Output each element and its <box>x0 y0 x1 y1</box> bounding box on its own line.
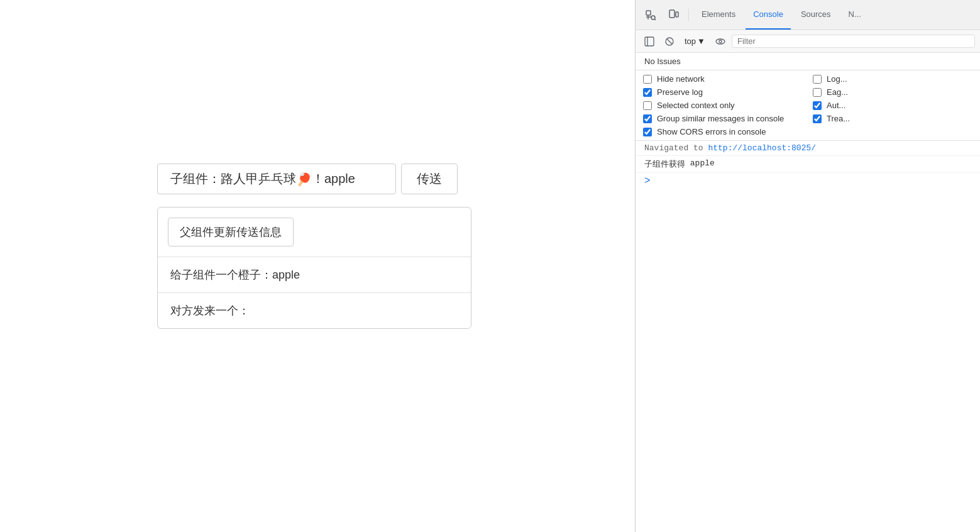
main-page: 子组件： 路人甲乒乓球 🏓 ！apple 传送 父组件更新传送信息 给子组件一个… <box>0 0 635 532</box>
page-content: 子组件： 路人甲乒乓球 🏓 ！apple 传送 父组件更新传送信息 给子组件一个… <box>157 163 471 329</box>
svg-point-12 <box>719 40 722 43</box>
tab-console[interactable]: Console <box>746 0 791 30</box>
treat-evals-label: Trea... <box>827 114 850 123</box>
group-similar-label: Group similar messages in console <box>657 114 784 123</box>
svg-line-4 <box>654 19 656 20</box>
chevron-down-icon: ▼ <box>697 36 705 46</box>
console-prompt[interactable]: > <box>636 173 980 189</box>
log-xhr-checkbox[interactable] <box>813 75 822 84</box>
console-toolbar: top ▼ <box>636 30 980 53</box>
preserve-log-checkbox[interactable] <box>643 88 652 97</box>
svg-rect-0 <box>646 11 651 15</box>
ping-pong-emoji: 🏓 <box>296 172 312 187</box>
option-group-similar: Group similar messages in console <box>643 114 803 123</box>
receive-label: 对方发来一个： <box>158 292 471 328</box>
navigate-link[interactable]: http://localhost:8025/ <box>708 143 816 153</box>
selected-context-label: Selected context only <box>657 101 735 110</box>
log-prefix: 子组件获得 <box>644 158 690 170</box>
eager-eval-checkbox[interactable] <box>813 88 822 97</box>
devtools-panel: Elements Console Sources N... top ▼ <box>635 0 980 532</box>
sidebar-toggle-icon[interactable] <box>641 33 658 50</box>
parent-box: 父组件更新传送信息 给子组件一个橙子：apple 对方发来一个： <box>157 207 471 329</box>
group-similar-checkbox[interactable] <box>643 114 652 123</box>
eye-icon[interactable] <box>712 33 729 50</box>
option-hide-network: Hide network <box>643 74 803 84</box>
child-value: 路人甲乒乓球 <box>221 170 296 187</box>
treat-evals-checkbox[interactable] <box>813 114 822 123</box>
svg-line-10 <box>667 39 672 44</box>
log-entry-child: 子组件获得 apple <box>636 156 980 173</box>
devtools-tabs: Elements Console Sources N... <box>636 0 980 30</box>
tab-elements[interactable]: Elements <box>694 0 743 30</box>
navigate-entry: Navigated to http://localhost:8025/ <box>636 141 980 156</box>
orange-label: 给子组件一个橙子：apple <box>158 257 471 292</box>
child-extra: ！apple <box>312 170 355 187</box>
svg-point-11 <box>716 39 725 44</box>
option-log-xhr: Log... <box>813 74 972 84</box>
navigated-text: Navigated to <box>644 143 708 153</box>
child-component-row: 子组件： 路人甲乒乓球 🏓 ！apple 传送 <box>157 163 471 194</box>
hide-network-label: Hide network <box>657 74 705 84</box>
tab-sources[interactable]: Sources <box>793 0 839 30</box>
clear-console-icon[interactable] <box>661 33 678 50</box>
inspect-element-icon[interactable] <box>641 5 661 25</box>
tab-separator <box>688 9 689 21</box>
svg-rect-5 <box>669 10 674 18</box>
eager-eval-label: Eag... <box>827 87 848 97</box>
show-cors-checkbox[interactable] <box>643 128 652 136</box>
console-output: Navigated to http://localhost:8025/ 子组件获… <box>636 141 980 532</box>
no-issues-text: No Issues <box>644 57 681 66</box>
tab-network[interactable]: N... <box>841 0 869 30</box>
option-eager-eval: Eag... <box>813 87 972 97</box>
hide-network-checkbox[interactable] <box>643 75 652 84</box>
option-selected-context: Selected context only <box>643 101 803 110</box>
child-input-display: 子组件： 路人甲乒乓球 🏓 ！apple <box>157 163 396 194</box>
option-preserve-log: Preserve log <box>643 87 803 97</box>
option-autocomplete: Aut... <box>813 101 972 110</box>
no-issues-bar: No Issues <box>636 53 980 70</box>
selected-context-checkbox[interactable] <box>643 101 652 110</box>
log-xhr-label: Log... <box>827 74 847 84</box>
send-button[interactable]: 传送 <box>401 163 458 194</box>
filter-input[interactable] <box>732 35 975 48</box>
option-treat-evals: Trea... <box>813 114 972 123</box>
option-show-cors: Show CORS errors in console <box>643 127 803 136</box>
autocomplete-checkbox[interactable] <box>813 101 822 110</box>
svg-rect-6 <box>676 12 678 17</box>
log-value: apple <box>690 158 715 168</box>
parent-update-button[interactable]: 父组件更新传送信息 <box>168 218 294 247</box>
child-label: 子组件： <box>170 170 221 187</box>
console-options: Hide network Log... Preserve log Eag... … <box>636 70 980 141</box>
context-dropdown[interactable]: top ▼ <box>681 35 709 47</box>
autocomplete-label: Aut... <box>827 101 845 110</box>
show-cors-label: Show CORS errors in console <box>657 127 766 136</box>
top-label: top <box>685 36 696 46</box>
svg-rect-7 <box>645 37 654 46</box>
device-toolbar-icon[interactable] <box>663 5 683 25</box>
preserve-log-label: Preserve log <box>657 87 703 97</box>
